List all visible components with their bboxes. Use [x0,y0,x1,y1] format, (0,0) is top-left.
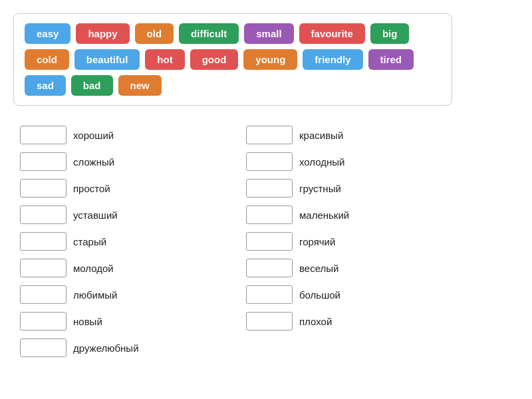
russian-word: старый [73,236,106,247]
match-row: красивый [239,122,466,148]
answer-input-left-6[interactable] [20,285,66,304]
answer-input-right-4[interactable] [246,232,293,251]
match-row: уставший [13,201,239,228]
match-row: грустный [239,175,466,201]
word-bank: easyhappyolddifficultsmallfavouritebigco… [13,13,452,106]
match-row: новый [13,308,239,334]
russian-word: красивый [299,130,343,141]
answer-input-left-5[interactable] [20,259,66,277]
russian-word: уставший [73,209,118,221]
word-chip-small[interactable]: small [244,23,293,44]
word-chip-cold[interactable]: cold [25,49,69,70]
word-chip-beautiful[interactable]: beautiful [74,49,140,70]
answer-input-right-2[interactable] [246,179,293,198]
word-chip-friendly[interactable]: friendly [303,49,362,70]
russian-word: маленький [299,209,349,221]
russian-word: дружелюбный [73,342,139,354]
match-row: веселый [239,255,466,281]
match-column-left: хорошийсложныйпростойуставшийстарыймолод… [13,122,239,361]
match-row: старый [13,228,239,255]
match-row: простой [13,175,239,201]
answer-input-left-7[interactable] [20,312,66,331]
answer-input-right-0[interactable] [246,126,293,144]
word-chip-tired[interactable]: tired [368,49,414,70]
match-row: плохой [239,308,466,334]
word-chip-favourite[interactable]: favourite [299,23,365,44]
word-chip-bad[interactable]: bad [71,75,113,96]
russian-word: молодой [73,263,114,274]
russian-word: грустный [299,183,341,194]
match-row: хороший [13,122,239,148]
answer-input-left-2[interactable] [20,179,66,198]
match-row: холодный [239,148,466,175]
match-row: молодой [13,255,239,281]
russian-word: сложный [73,156,114,168]
answer-input-left-0[interactable] [20,126,66,144]
word-chip-young[interactable]: young [243,49,297,70]
word-chip-sad[interactable]: sad [25,75,66,96]
answer-input-right-5[interactable] [246,259,293,277]
russian-word: плохой [299,316,332,327]
word-chip-good[interactable]: good [190,49,239,70]
word-chip-new[interactable]: new [118,75,162,96]
answer-input-left-8[interactable] [20,338,66,357]
answer-input-right-7[interactable] [246,312,293,331]
russian-word: простой [73,183,110,194]
word-chip-old[interactable]: old [135,23,174,44]
russian-word: холодный [299,156,344,168]
russian-word: новый [73,316,102,327]
russian-word: горячий [299,236,335,247]
answer-input-left-4[interactable] [20,232,66,251]
word-chip-difficult[interactable]: difficult [179,23,239,44]
word-chip-happy[interactable]: happy [76,23,129,44]
match-row: дружелюбный [13,334,239,361]
russian-word: хороший [73,130,114,141]
match-row: маленький [239,201,466,228]
russian-word: любимый [73,289,117,301]
match-column-right: красивыйхолодныйгрустныймаленькийгорячий… [239,122,466,361]
russian-word: веселый [299,263,338,274]
answer-input-left-3[interactable] [20,205,66,224]
answer-input-right-1[interactable] [246,152,293,171]
match-row: любимый [13,281,239,308]
word-chip-hot[interactable]: hot [145,49,184,70]
word-chip-easy[interactable]: easy [25,23,70,44]
match-row: сложный [13,148,239,175]
match-area: хорошийсложныйпростойуставшийстарыймолод… [13,122,466,361]
answer-input-right-6[interactable] [246,285,293,304]
word-chip-big[interactable]: big [370,23,410,44]
answer-input-left-1[interactable] [20,152,66,171]
answer-input-right-3[interactable] [246,205,293,224]
russian-word: большой [299,289,340,301]
match-row: большой [239,281,466,308]
match-row: горячий [239,228,466,255]
